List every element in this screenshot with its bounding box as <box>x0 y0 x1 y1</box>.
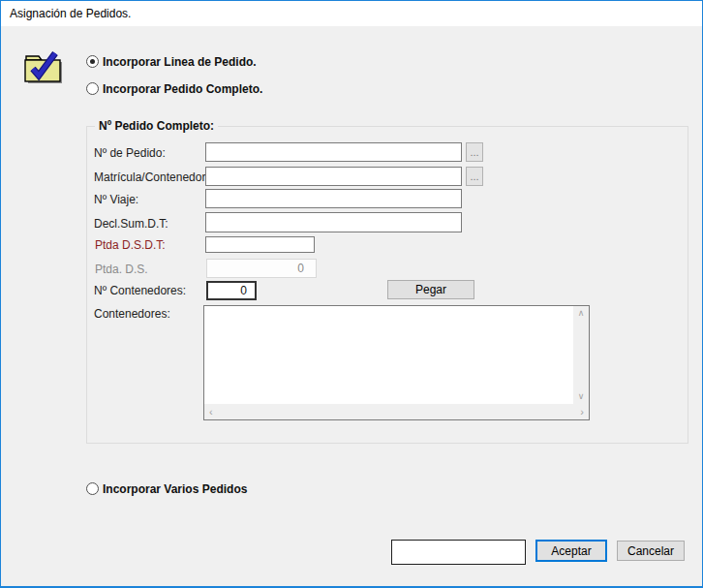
num-contenedores-label: Nº Contenedores: <box>94 284 186 297</box>
matricula-label: Matrícula/Contenedor: <box>94 170 209 184</box>
ptda-dsdt-input[interactable] <box>205 236 315 253</box>
radio-incorporar-linea-label[interactable]: Incorporar Linea de Pedido. <box>103 55 257 69</box>
scroll-down-icon[interactable]: ∨ <box>578 389 585 404</box>
decl-sum-input[interactable] <box>205 212 462 232</box>
viaje-input[interactable] <box>205 189 462 208</box>
radio-incorporar-completo-label[interactable]: Incorporar Pedido Completo. <box>103 82 262 96</box>
contenedores-content[interactable] <box>204 306 573 404</box>
aceptar-button[interactable]: Aceptar <box>535 540 607 562</box>
footer-input[interactable] <box>391 540 526 565</box>
cancelar-button[interactable]: Cancelar <box>617 541 685 561</box>
decl-sum-label: Decl.Sum.D.T: <box>94 217 168 231</box>
dialog-window: Asignación de Pedidos. Incorporar Linea … <box>0 0 703 588</box>
num-contenedores-input[interactable] <box>206 281 257 300</box>
pegar-button[interactable]: Pegar <box>387 280 474 299</box>
pedido-label: Nº de Pedido: <box>94 146 166 160</box>
radio-incorporar-completo[interactable] <box>86 82 99 95</box>
groupbox-title: Nº Pedido Completo: <box>95 119 218 133</box>
scroll-right-icon[interactable]: › <box>580 407 584 418</box>
window-title: Asignación de Pedidos. <box>10 7 131 20</box>
scroll-up-icon[interactable]: ∧ <box>578 306 585 321</box>
viaje-label: Nº Viaje: <box>94 193 138 206</box>
contenedores-textarea[interactable]: ∧ ∨ ‹ › <box>203 305 590 420</box>
ptda-ds-input <box>206 259 317 278</box>
matricula-browse-button[interactable]: ... <box>466 167 483 186</box>
radio-incorporar-linea[interactable] <box>86 55 99 68</box>
ptda-dsdt-label: Ptda D.S.D.T: <box>95 238 166 252</box>
contenedores-label: Contenedores: <box>94 307 170 321</box>
vertical-scrollbar[interactable]: ∧ ∨ <box>573 306 589 404</box>
pedido-browse-button[interactable]: ... <box>466 142 483 162</box>
scroll-left-icon[interactable]: ‹ <box>209 407 213 418</box>
matricula-input[interactable] <box>205 167 462 186</box>
radio-incorporar-varios-label[interactable]: Incorporar Varios Pedidos <box>103 482 247 496</box>
radio-incorporar-varios[interactable] <box>86 482 99 495</box>
folder-check-icon <box>23 48 64 87</box>
horizontal-scrollbar[interactable]: ‹ › <box>204 404 589 419</box>
titlebar[interactable]: Asignación de Pedidos. <box>1 1 702 26</box>
pedido-input[interactable] <box>205 142 462 162</box>
ptda-ds-label: Ptda. D.S. <box>95 263 148 276</box>
